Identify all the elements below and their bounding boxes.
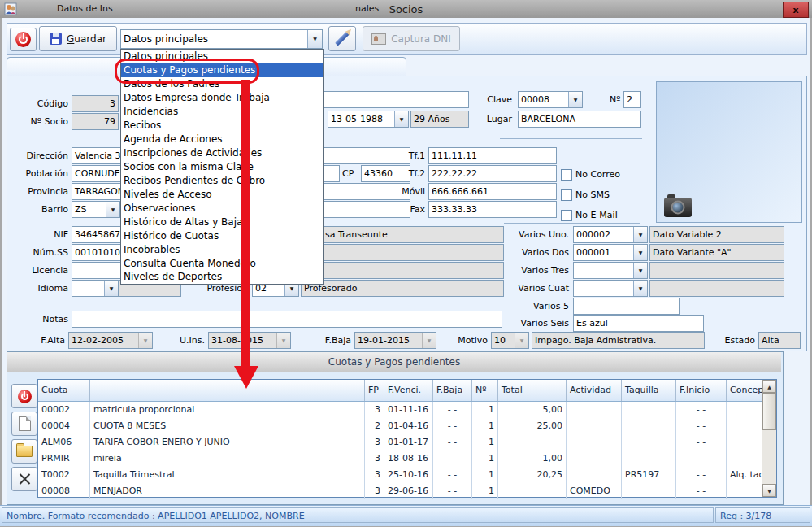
no-correo-checkbox[interactable] — [561, 169, 572, 181]
exit-button[interactable] — [10, 28, 37, 51]
dropdown-item[interactable]: Niveles de Deportes — [121, 270, 323, 284]
edad-field: 29 Años — [410, 111, 469, 128]
dropdown-item[interactable]: Niveles de Acceso — [121, 187, 323, 201]
dropdown-item[interactable]: Recibos — [121, 119, 323, 133]
table-row[interactable]: T0002Taquilla Trimestral325-10-16- -120,… — [38, 467, 776, 483]
varios-uno-combo[interactable]: 000002 ▼ — [573, 226, 648, 243]
column-header[interactable]: F.Inicio — [676, 380, 727, 401]
capture-dni-label: Captura DNI — [391, 33, 451, 45]
chevron-down-icon[interactable]: ▼ — [633, 263, 647, 278]
no-sms-label: No SMS — [575, 186, 610, 203]
column-header[interactable]: F.Baja — [433, 380, 472, 401]
varios-5-label: Varios 5 — [497, 298, 569, 315]
chevron-down-icon[interactable]: ▼ — [104, 281, 118, 296]
table-cell — [498, 483, 567, 499]
dropdown-item[interactable]: Consulta Cuenta Monedero — [121, 256, 323, 270]
table-row[interactable]: 00008MENJADOR329-06-16- -1COMEDO- - — [38, 483, 776, 499]
numero-field[interactable]: 2 — [623, 91, 641, 108]
clave-combo[interactable]: 00008 ▼ — [518, 91, 583, 108]
fax-label: Fax — [370, 201, 425, 218]
varios-cuat-combo[interactable]: ▼ — [573, 280, 648, 297]
table-row[interactable]: PRMIRmireia318-08-16- -11,00- - — [38, 451, 776, 467]
section-combo[interactable]: Datos principales ▼ — [120, 29, 323, 49]
table-row[interactable]: 00004CUOTA 8 MESES201-04-16- -125,00- - — [38, 418, 776, 434]
tf2-field[interactable]: 222.22.22 — [428, 165, 557, 182]
table-cell: - - — [676, 467, 727, 483]
camera-icon[interactable] — [664, 198, 692, 217]
table-cell: - - — [433, 402, 472, 418]
chevron-down-icon[interactable]: ▼ — [106, 202, 119, 217]
column-header[interactable]: Cuota — [38, 380, 90, 401]
dropdown-item[interactable]: Socios con la misma Clave — [121, 160, 323, 174]
column-header[interactable]: Total — [498, 380, 567, 401]
no-sms-checkbox[interactable] — [561, 189, 572, 201]
divider — [500, 138, 642, 139]
dropdown-item[interactable]: Agenda de Acciones — [121, 133, 323, 146]
column-header[interactable]: Nº — [472, 380, 498, 401]
dropdown-item[interactable]: Inscripciones de Actividades — [121, 146, 323, 160]
save-button[interactable]: Guardar — [39, 26, 117, 51]
no-email-checkbox[interactable] — [561, 210, 572, 221]
chevron-down-icon: ▼ — [515, 333, 528, 348]
dropdown-item[interactable]: Recibos Pendientes de Cobro — [121, 173, 323, 187]
table-cell: 1,00 — [498, 451, 567, 467]
column-header[interactable]: Concepto — [727, 380, 762, 401]
table-cell: TARIFA COBOR ENERO Y JUNIO — [90, 434, 365, 451]
pending-delete-button[interactable] — [11, 467, 37, 491]
table-cell: Taquilla Trimestral — [90, 467, 365, 483]
dropdown-item[interactable]: Observaciones — [121, 201, 323, 215]
dropdown-item[interactable]: Histórico de Altas y Bajas — [121, 215, 323, 229]
chevron-down-icon[interactable]: ▼ — [394, 111, 408, 127]
dropdown-item[interactable]: Incobrables — [121, 242, 323, 256]
varios-dos-label: Varios Dos — [497, 244, 569, 261]
varios-dos-combo[interactable]: 000001 ▼ — [573, 244, 648, 261]
column-header[interactable]: F.Venci. — [384, 380, 433, 401]
dropdown-item[interactable]: Incidencias — [121, 105, 323, 119]
f-baja-value: 19-01-2015 — [358, 335, 410, 346]
column-header[interactable]: Actividad — [567, 380, 622, 401]
scrollbar-thumb[interactable] — [762, 393, 776, 430]
scroll-up-icon[interactable]: ▲ — [762, 380, 776, 393]
chevron-down-icon[interactable]: ▼ — [633, 245, 647, 260]
varios-5-field[interactable] — [573, 298, 680, 315]
edit-button[interactable] — [328, 26, 356, 51]
table-cell: CUOTA 8 MESES — [90, 418, 365, 434]
barrio-combo[interactable]: ZS ▼ — [72, 201, 120, 218]
table-cell: - - — [433, 418, 472, 434]
tab-datos-personales[interactable]: nales — [355, 3, 379, 14]
chevron-down-icon[interactable]: ▼ — [633, 281, 647, 296]
chevron-down-icon[interactable]: ▼ — [568, 92, 582, 107]
notas-field[interactable] — [72, 311, 502, 328]
scroll-down-icon[interactable]: ▼ — [762, 484, 776, 497]
nombre-field[interactable] — [323, 91, 469, 108]
table-scrollbar[interactable]: ▲ ▼ — [762, 380, 776, 497]
table-cell: Alq. taqui — [727, 467, 762, 483]
varios-uno-label: Varios Uno. — [497, 226, 569, 243]
close-button[interactable]: x — [783, 2, 809, 18]
photo-area[interactable] — [656, 81, 802, 223]
barrio-value: ZS — [75, 204, 87, 215]
pending-open-button[interactable] — [11, 439, 37, 464]
column-header[interactable] — [90, 380, 365, 401]
dropdown-item[interactable]: Histórico de Cuotas — [121, 229, 323, 242]
column-header[interactable]: Taquilla — [622, 380, 676, 401]
tf1-field[interactable]: 111.11.11 — [428, 147, 557, 164]
idioma-combo[interactable]: ▼ — [72, 280, 119, 297]
table-row[interactable]: ALM06TARIFA COBOR ENERO Y JUNIO301-01-17… — [38, 434, 776, 451]
chevron-down-icon[interactable]: ▼ — [633, 227, 647, 242]
column-header[interactable]: FP — [365, 380, 384, 401]
chevron-down-icon[interactable]: ▼ — [307, 30, 322, 48]
table-cell: 1 — [472, 418, 498, 434]
nacimiento-date-combo[interactable]: 13-05-1988 ▼ — [328, 111, 409, 128]
movil-field[interactable]: 666.666.661 — [428, 183, 557, 200]
varios-tres-combo[interactable]: ▼ — [573, 262, 648, 279]
lugar-field[interactable]: BARCELONA — [518, 111, 641, 128]
table-row[interactable]: 00002matricula proporcional301-11-16- -1… — [38, 402, 776, 418]
pending-exit-button[interactable] — [11, 384, 37, 408]
tab-datos-inscripcion[interactable]: Datos de Ins — [57, 3, 113, 14]
pending-new-button[interactable] — [11, 412, 37, 436]
varios-seis-field[interactable]: Es azul — [573, 315, 704, 332]
provincia-label: Provincia — [7, 183, 68, 200]
dropdown-item[interactable]: Datos Empresa donde Trabaja — [121, 91, 323, 105]
fax-field[interactable]: 333.33.33 — [428, 201, 557, 218]
